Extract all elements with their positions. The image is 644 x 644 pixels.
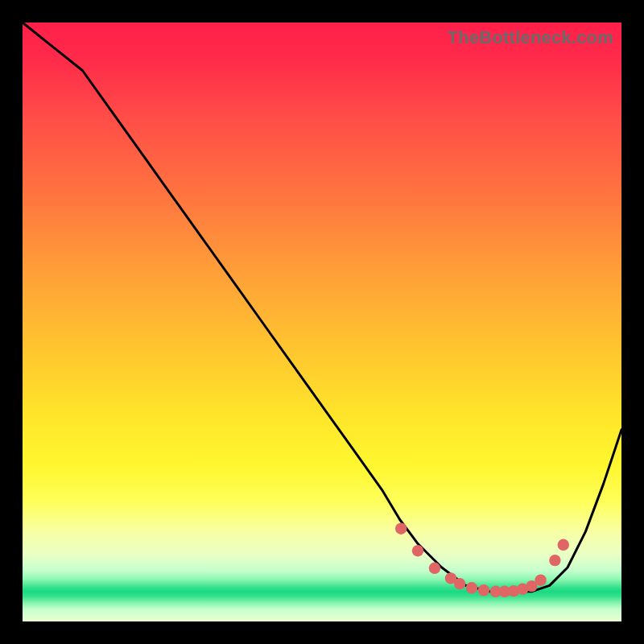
highlight-dot	[429, 563, 440, 574]
highlight-dot	[549, 555, 560, 566]
highlight-dot	[395, 523, 407, 535]
highlight-dot	[412, 545, 423, 556]
highlight-dot	[535, 575, 546, 586]
highlight-dot	[454, 578, 465, 589]
chart-svg	[23, 23, 621, 621]
highlight-dots-group	[395, 523, 569, 598]
bottleneck-curve	[23, 23, 621, 592]
highlight-dot	[466, 582, 477, 593]
highlight-dot	[478, 584, 489, 596]
highlight-dot	[558, 539, 569, 551]
chart-frame: TheBottleneck.com	[23, 23, 621, 621]
